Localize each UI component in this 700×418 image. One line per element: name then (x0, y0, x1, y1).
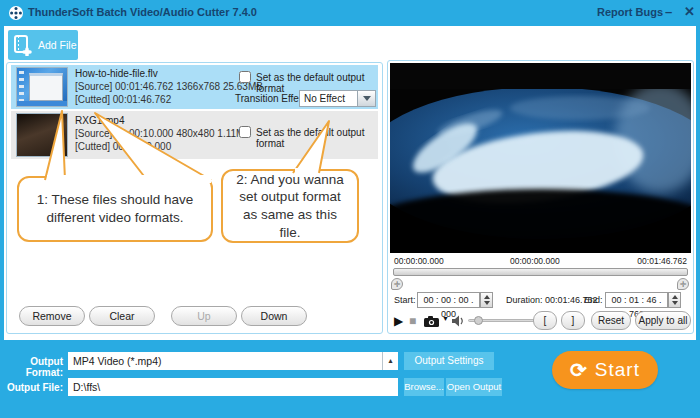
apply-to-all-button[interactable]: Apply to all (635, 311, 691, 330)
output-settings-button[interactable]: Output Settings (404, 352, 494, 370)
output-format-label: Output Format: (0, 356, 63, 378)
transition-effect-select[interactable]: No Effect (299, 90, 376, 107)
window-title: ThunderSoft Batch Video/Audio Cutter 7.4… (28, 6, 257, 18)
callout-1-text: 1: These files should have different vid… (27, 191, 203, 226)
start-time-stepper[interactable] (480, 292, 493, 308)
end-time-stepper[interactable] (668, 292, 681, 308)
start-button-label: Start (595, 359, 640, 381)
reset-button[interactable]: Reset (591, 311, 631, 330)
video-preview[interactable] (390, 63, 691, 253)
file-2-cutted: [Cutted] 00:00:10.000 (75, 141, 171, 152)
preview-panel: 00:00:00.000 00:00:00.000 00:01:46.762 ✛… (387, 60, 694, 334)
file-row-1[interactable]: How-to-hide-file.flv [Source] 00:01:46.7… (11, 65, 378, 109)
callout-2: 2: And you wanna set output format as sa… (221, 169, 359, 243)
file-2-default-format-label: Set as the default output format (256, 127, 378, 149)
time-cut-start: 00:00:00.000 (510, 256, 560, 266)
start-button[interactable]: ⟳ Start (552, 351, 658, 389)
file-list-panel: How-to-hide-file.flv [Source] 00:01:46.7… (6, 62, 383, 334)
app-film-reel-icon (8, 5, 24, 21)
output-format-select[interactable]: MP4 Video (*.mp4) ▴ (68, 352, 398, 370)
report-bugs-link[interactable]: Report Bugs (597, 6, 663, 18)
close-button[interactable]: ✕ (684, 4, 695, 19)
start-marker-icon[interactable]: ✛ (391, 278, 403, 290)
output-file-label: Output File: (0, 382, 63, 393)
down-button[interactable]: Down (241, 306, 307, 326)
file-1-default-format-checkbox[interactable] (239, 71, 251, 83)
file-1-thumbnail (16, 67, 68, 107)
start-time-input[interactable]: 00 : 00 : 00 . 000 (417, 292, 480, 308)
earth-video-frame (390, 63, 691, 253)
clear-button[interactable]: Clear (89, 306, 155, 326)
title-bar: ThunderSoft Batch Video/Audio Cutter 7.4… (0, 0, 700, 26)
add-file-label: Add File (38, 39, 77, 51)
file-row-2[interactable]: RXG1.mp4 [Source] 00:00:10.000 480x480 1… (11, 111, 378, 159)
volume-slider-thumb[interactable] (474, 316, 483, 325)
combo-arrow-icon[interactable]: ▴ (382, 352, 398, 370)
restart-icon: ⟳ (570, 360, 587, 380)
mark-in-button[interactable]: [ (533, 311, 557, 330)
play-button[interactable]: ▶ (394, 312, 403, 330)
file-1-source: [Source] 00:01:46.762 1366x768 25.63MB (75, 81, 263, 92)
callout-2-text: 2: And you wanna set output format as sa… (231, 171, 349, 241)
time-cut-end: 00:01:46.762 (637, 256, 687, 266)
file-1-cutted: [Cutted] 00:01:46.762 (75, 94, 171, 105)
output-format-value: MP4 Video (*.mp4) (73, 355, 162, 367)
time-current-left: 00:00:00.000 (394, 256, 444, 266)
snapshot-dropdown-icon[interactable]: ▼ (442, 315, 449, 322)
speaker-icon[interactable] (452, 315, 465, 327)
file-2-source: [Source] 00:00:10.000 480x480 1.11MB (75, 128, 251, 139)
output-file-input[interactable]: D:\ffs\ (68, 378, 398, 396)
remove-button[interactable]: Remove (19, 306, 85, 326)
end-time-input[interactable]: 00 : 01 : 46 . 762 (605, 292, 668, 308)
end-marker-icon[interactable]: ✛ (677, 278, 689, 290)
add-file-button[interactable]: Add File (8, 30, 78, 60)
start-label: Start: (394, 295, 416, 305)
open-output-button[interactable]: Open Output (446, 378, 502, 396)
file-1-name: How-to-hide-file.flv (75, 68, 158, 79)
file-2-default-format-checkbox[interactable] (239, 126, 251, 138)
callout-1: 1: These files should have different vid… (17, 176, 213, 242)
file-2-name: RXG1.mp4 (75, 115, 124, 126)
stop-button[interactable]: ■ (409, 312, 416, 330)
up-button[interactable]: Up (171, 306, 237, 326)
chevron-down-icon (357, 91, 375, 106)
snapshot-camera-icon[interactable] (424, 316, 439, 327)
minimize-button[interactable]: – (665, 4, 672, 19)
add-file-icon (13, 34, 33, 56)
transition-effect-value: No Effect (304, 93, 345, 104)
end-label: End: (584, 295, 603, 305)
mark-out-button[interactable]: ] (561, 311, 585, 330)
file-2-thumbnail (16, 113, 68, 157)
timeline-slider[interactable] (393, 268, 688, 276)
browse-button[interactable]: Browse... (404, 378, 444, 396)
